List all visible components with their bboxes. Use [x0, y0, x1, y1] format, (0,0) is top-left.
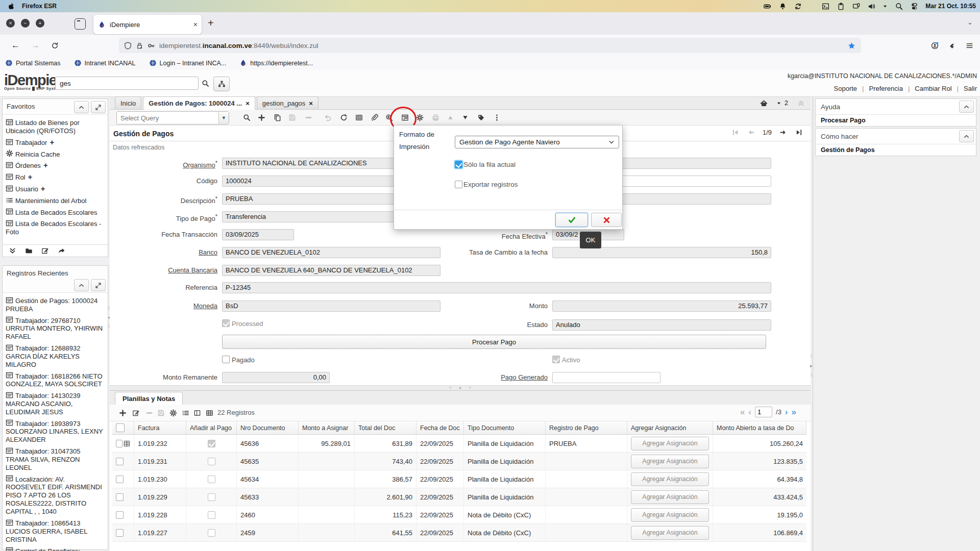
- list-item[interactable]: Rol+: [4, 171, 107, 183]
- field-moneda[interactable]: BsD: [222, 300, 440, 312]
- menu-tree-button[interactable]: [213, 77, 230, 91]
- select-all-checkbox[interactable]: [116, 423, 125, 432]
- save-icon[interactable]: [287, 113, 297, 122]
- list-item[interactable]: Lista de Becados Escolares: [4, 207, 107, 218]
- toggles-icon[interactable]: [910, 2, 918, 10]
- field-monto-remanente[interactable]: 0,00: [222, 372, 330, 383]
- list-item[interactable]: Reinicia Cache: [4, 148, 107, 160]
- añadir-al-pago-checkbox[interactable]: [208, 475, 215, 483]
- label-icon[interactable]: [476, 113, 485, 122]
- bookmark-item[interactable]: Login – Intranet INCA...: [149, 59, 227, 67]
- row-select-checkbox[interactable]: [116, 529, 124, 537]
- home-icon[interactable]: [759, 98, 768, 108]
- table-row[interactable]: 1.019.23045634386,5722/09/2025Planilla d…: [112, 470, 806, 488]
- volume-dropdown-icon[interactable]: [883, 2, 888, 10]
- share-icon[interactable]: [58, 247, 65, 255]
- toggle-panel-icon[interactable]: [192, 408, 202, 417]
- list-item[interactable]: Localización: AV. ROOSEVELT EDIF. ARISME…: [4, 473, 107, 518]
- header-search-icon[interactable]: [201, 79, 210, 88]
- print-icon[interactable]: [431, 113, 440, 122]
- page-first-icon[interactable]: «: [740, 408, 745, 416]
- agregar-asignacion-button[interactable]: Agregar Asignación: [631, 472, 709, 486]
- add-new-icon[interactable]: +: [41, 184, 45, 193]
- grid-view-icon[interactable]: [205, 408, 214, 417]
- add-new-icon[interactable]: +: [28, 172, 33, 181]
- search-icon[interactable]: [242, 113, 251, 122]
- list-item[interactable]: Gestión de Pagos: 1000024 PRUEBA: [4, 295, 107, 315]
- agregar-asignacion-button[interactable]: Agregar Asignación: [631, 437, 709, 450]
- añadir-al-pago-checkbox[interactable]: [208, 493, 215, 501]
- field-monto[interactable]: 25.593,77: [552, 300, 771, 312]
- shield-icon[interactable]: [124, 42, 132, 49]
- more-icon[interactable]: [492, 113, 501, 122]
- row-select-checkbox[interactable]: [116, 475, 124, 483]
- tab-planillas-y-notas[interactable]: Planillas y Notas: [115, 392, 183, 406]
- agregar-asignacion-button[interactable]: Agregar Asignación: [631, 508, 709, 522]
- column-header[interactable]: Tipo Documento: [464, 421, 546, 434]
- lock-warning-icon[interactable]: [136, 42, 143, 49]
- list-item[interactable]: Usuario+: [4, 183, 107, 195]
- url-bar[interactable]: idempieretest.incanal.com.ve:8449/webui/…: [119, 38, 861, 53]
- agregar-asignacion-button[interactable]: Agregar Asignación: [631, 455, 709, 468]
- column-header[interactable]: Fecha de Doc: [416, 421, 464, 434]
- dialog-ok-button[interactable]: [555, 213, 588, 227]
- pagado-checkbox[interactable]: [222, 356, 230, 363]
- account-icon[interactable]: [930, 41, 939, 50]
- requery-icon[interactable]: [181, 408, 190, 417]
- global-search-input[interactable]: [55, 77, 199, 90]
- column-header[interactable]: Monto Abierto a tasa de Do: [713, 421, 806, 434]
- procesar-pago-button[interactable]: Procesar Pago: [222, 335, 766, 349]
- save-rows-icon[interactable]: [156, 408, 165, 417]
- copy-record-icon[interactable]: [273, 113, 282, 122]
- column-header[interactable]: Agregar Asignación: [627, 421, 713, 434]
- list-item[interactable]: Trabajador: 12688932 GARCIA DÍAZ KARELYS…: [4, 342, 107, 370]
- volume-icon[interactable]: [867, 2, 875, 10]
- tab-close-icon[interactable]: ×: [309, 99, 313, 107]
- list-item[interactable]: Trabajador: 10865413 LUCIOS GUERRA, ISAB…: [4, 517, 107, 545]
- header-link-cambiar-rol[interactable]: Cambiar Rol: [915, 85, 951, 92]
- field-referencia[interactable]: P-12345: [222, 282, 771, 293]
- recent-expand-button[interactable]: [91, 279, 106, 291]
- tab-close-icon[interactable]: ×: [193, 20, 198, 29]
- new-tab-button[interactable]: +: [208, 17, 214, 29]
- field-estado[interactable]: Anulado: [552, 319, 771, 331]
- field-fecha-transacción[interactable]: 03/09/2025: [222, 229, 294, 240]
- horizontal-splitter[interactable]: ⁘▾⁘: [110, 385, 811, 391]
- bookmark-item[interactable]: Portal Sistemas: [5, 59, 61, 67]
- favorites-expand-button[interactable]: [91, 101, 106, 113]
- table-row[interactable]: 1.019.2282460115,2322/09/2025Nota de Déb…: [112, 506, 806, 524]
- processed-checkbox[interactable]: [222, 319, 230, 327]
- list-item[interactable]: Trabajador: 18938973 SOLORZANO LINARES, …: [4, 418, 107, 446]
- header-link-salir[interactable]: Salir: [964, 85, 977, 92]
- row-select-checkbox[interactable]: [116, 493, 124, 501]
- tab-dropdown-icon[interactable]: [776, 98, 781, 108]
- tab-close-icon[interactable]: ×: [246, 99, 250, 107]
- list-item[interactable]: Trabajador: 14130239 MARCANO ASCANIO, LE…: [4, 390, 107, 418]
- agregar-asignacion-button[interactable]: Agregar Asignación: [631, 526, 709, 540]
- previous-record-icon[interactable]: [747, 128, 756, 137]
- list-item[interactable]: Trabajador: 29768710 URRUTIA MONTERO, YH…: [4, 315, 107, 343]
- list-item[interactable]: Mantenimiento del Arbol: [4, 195, 107, 207]
- field-tasa-de-cambio-a-la-fecha[interactable]: 150,8: [552, 247, 771, 258]
- next-record-icon[interactable]: [778, 128, 788, 137]
- favorites-collapse-button[interactable]: [74, 101, 89, 113]
- delete-icon[interactable]: [304, 113, 313, 122]
- process-row-icon[interactable]: [168, 408, 178, 417]
- window-tab-1[interactable]: Gestión de Pagos: 1000024 ...×: [143, 96, 255, 110]
- list-item[interactable]: Trabajador: 31047305 TRAMA SILVA, RENZON…: [4, 445, 107, 473]
- bookmark-item[interactable]: Intranet INCANAL: [74, 59, 136, 67]
- terminal-icon[interactable]: [821, 2, 829, 10]
- notifications-icon[interactable]: [778, 2, 787, 10]
- bookmark-star-icon[interactable]: [847, 41, 856, 50]
- añadir-al-pago-checkbox[interactable]: [208, 458, 215, 465]
- column-header[interactable]: Total del Doc: [355, 421, 416, 434]
- column-header[interactable]: Monto a Asignar: [299, 421, 355, 434]
- double-chevron-down-icon[interactable]: [9, 247, 16, 255]
- add-new-icon[interactable]: +: [50, 138, 54, 146]
- page-number-input[interactable]: [755, 407, 772, 417]
- column-header[interactable]: Factura: [134, 421, 186, 434]
- attachment-icon[interactable]: [370, 113, 379, 122]
- list-item[interactable]: Lista de Becados Escolares - Foto: [4, 218, 107, 238]
- back-button[interactable]: ←: [11, 40, 20, 51]
- howto-collapse-button[interactable]: [959, 130, 974, 142]
